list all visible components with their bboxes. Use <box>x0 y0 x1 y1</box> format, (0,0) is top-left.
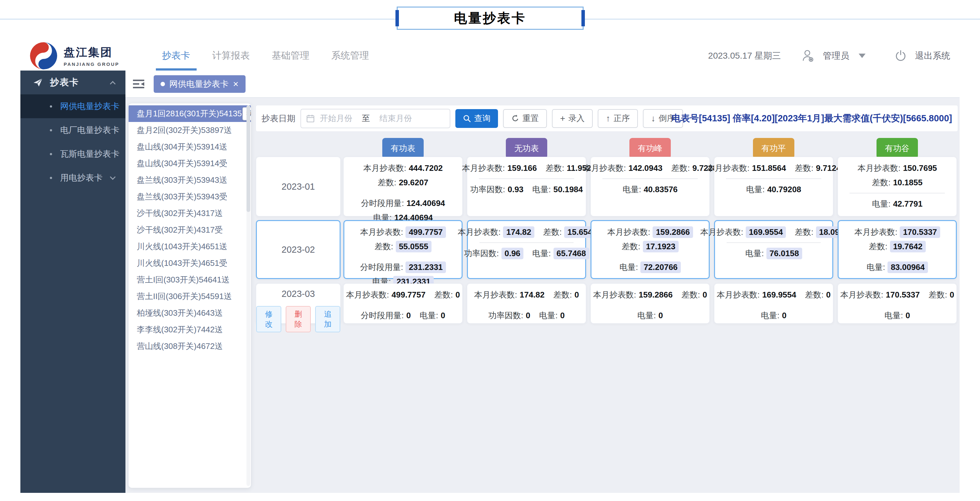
label-value-pair: 本月抄表数:142.0943 <box>583 163 663 174</box>
field-label: 电量: <box>885 310 903 321</box>
end-month-placeholder[interactable]: 结束月份 <box>379 113 412 124</box>
list-scrollbar-thumb[interactable] <box>247 105 250 212</box>
meter-line-item[interactable]: 川火线(1043开关)4651受 <box>129 255 251 272</box>
label-value-pair: 本月抄表数:150.7695 <box>858 163 937 174</box>
sidebar-root-menu[interactable]: 抄表卡 <box>21 70 126 94</box>
meter-line-item[interactable]: 柏垭线(303开关)4643送 <box>129 305 251 321</box>
meter-line-item[interactable]: 营山线(308开关)4672送 <box>129 338 251 355</box>
meter-line-item[interactable]: 李李线(302开关)7442送 <box>129 321 251 338</box>
label-value-pair: 分时段用量:0 <box>361 310 411 321</box>
meter-line-item[interactable]: 营土I回(303开关)54641送 <box>129 272 251 288</box>
list-scrollbar[interactable] <box>247 105 250 486</box>
card-divider <box>603 178 698 179</box>
nav-item-1[interactable]: 抄表卡 <box>160 41 192 70</box>
label-value-pair: 电量:72.20766 <box>619 261 681 273</box>
meter-line-item[interactable]: 川火线(1043开关)4651送 <box>129 238 251 255</box>
sidebar-item-label: 用电抄表卡 <box>60 172 103 183</box>
meter-line-item[interactable]: 盘月2回(302开关)53897送 <box>129 122 251 138</box>
logout-button[interactable]: 退出系统 <box>915 50 950 62</box>
field-label: 本月抄表数: <box>840 289 883 301</box>
data-cell: 本月抄表数:169.9554差数:0电量:0 <box>714 283 833 324</box>
tab-bar: 网供电量抄表卡 <box>126 70 959 98</box>
data-line: 差数:29.6207 <box>350 175 456 190</box>
reset-button[interactable]: 重置 <box>503 109 547 128</box>
data-line: 本月抄表数:170.5337差数:0 <box>844 288 950 302</box>
field-label: 差数: <box>434 289 453 301</box>
data-line: 电量:76.0158 <box>721 246 826 261</box>
collapse-sidebar-icon[interactable] <box>132 79 145 89</box>
sort-asc-button[interactable]: ↑正序 <box>598 109 638 128</box>
data-line: 本月抄表数:142.0943差数:9.7228 <box>597 161 703 175</box>
field-label: 分时段用量: <box>361 198 404 209</box>
meter-line-item[interactable]: 营土II回(306开关)54591送 <box>129 288 251 305</box>
sidebar-item-label: 瓦斯电量抄表卡 <box>60 148 119 159</box>
meter-line-item[interactable]: 盘兰线(303开关)53943送 <box>129 172 251 188</box>
nav-item-2[interactable]: 计算报表 <box>210 41 252 70</box>
nav-item-3[interactable]: 基础管理 <box>270 41 312 70</box>
column-badge-5: 有功谷 <box>877 138 918 159</box>
field-label: 本月抄表数: <box>717 289 760 301</box>
sidebar-item-2[interactable]: 电厂电量抄表卡 <box>21 118 126 142</box>
data-line: 功率因数:0.93电量:50.1984 <box>474 182 579 197</box>
label-value-pair: 本月抄表数:499.7757 <box>360 226 446 238</box>
tab-close-icon[interactable] <box>233 80 239 89</box>
delete-button[interactable]: 删除 <box>286 306 311 332</box>
user-menu[interactable]: 管理员 <box>823 50 849 62</box>
meter-line-item[interactable]: 盘山线(304开关)53914送 <box>129 138 251 155</box>
field-label: 本月抄表数: <box>583 163 626 174</box>
entry-button[interactable]: +录入 <box>552 109 593 128</box>
edit-button[interactable]: 修改 <box>256 306 281 332</box>
data-cell: 本月抄表数:499.7757差数:55.0555分时段用量:231.2331电量… <box>344 220 463 279</box>
page-title: 电量抄表卡 <box>454 10 526 27</box>
query-button[interactable]: 查询 <box>455 109 498 128</box>
column-badge-4: 有功平 <box>753 138 794 159</box>
data-line: 功率因数:0.96电量:65.7468 <box>474 246 579 261</box>
data-line: 电量:0 <box>597 308 703 323</box>
data-line: 功率因数:0电量:0 <box>474 308 579 323</box>
meter-line-item[interactable]: 盘兰线(303开关)53943受 <box>129 188 251 205</box>
panjiang-logo-icon <box>29 41 58 70</box>
brand-text: 盘江集团 PANJIANG GROUP <box>64 45 119 67</box>
field-label: 电量: <box>532 184 551 195</box>
tab-dot-icon <box>161 82 165 86</box>
label-value-pair: 电量:0 <box>637 310 663 321</box>
tab-active[interactable]: 网供电量抄表卡 <box>154 75 245 93</box>
field-value: 169.9554 <box>762 290 796 300</box>
chevron-down-icon[interactable] <box>859 54 865 58</box>
sidebar-submenu: 网供电量抄表卡电厂电量抄表卡瓦斯电量抄表卡用电抄表卡 <box>21 94 126 190</box>
meter-line-label: 盘山线(304开关)53914受 <box>137 158 228 169</box>
label-value-pair: 电量:42.7791 <box>872 199 922 210</box>
label-value-pair: 差数:0 <box>805 289 831 301</box>
sidebar-item-4[interactable]: 用电抄表卡 <box>21 166 126 190</box>
field-value: 40.79208 <box>767 184 801 194</box>
field-value: 0 <box>455 290 460 300</box>
data-line: 本月抄表数:151.8564差数:9.7124 <box>721 161 827 175</box>
query-toolbar: 抄表日期 开始月份 至 结束月份 查询重置+录入↑正序↓倒序 电表号[54135… <box>256 105 958 132</box>
meter-line-item[interactable]: 盘山线(304开关)53914受 <box>129 155 251 172</box>
label-value-pair: 电量:0 <box>885 310 910 321</box>
sidebar-item-3[interactable]: 瓦斯电量抄表卡 <box>21 142 126 166</box>
arrow-down-icon: ↓ <box>651 114 655 123</box>
label-value-pair: 差数:15.654 <box>543 226 595 238</box>
meter-line-item[interactable]: 盘月1回2816(301开关)54135换表 <box>129 105 251 122</box>
data-line: 本月抄表数:159.2866 <box>598 225 702 239</box>
label-value-pair: 电量:76.0158 <box>745 248 802 259</box>
calendar-icon <box>306 114 315 123</box>
field-label: 电量: <box>746 184 765 195</box>
field-value: 159.166 <box>508 163 537 173</box>
append-button[interactable]: 追加 <box>315 306 340 332</box>
nav-item-4[interactable]: 系统管理 <box>329 41 371 70</box>
meter-line-item[interactable]: 沙干线(302开关)4317受 <box>129 222 251 238</box>
field-value: 0 <box>905 311 910 320</box>
field-value: 0 <box>702 290 707 300</box>
card-divider <box>479 242 574 243</box>
data-line: 电量:40.79208 <box>721 182 827 197</box>
sidebar-item-1[interactable]: 网供电量抄表卡 <box>21 94 126 118</box>
header-right: 2023.05.17 星期三 管理员 退出系统 <box>708 49 950 62</box>
start-month-placeholder[interactable]: 开始月份 <box>320 113 353 124</box>
date-range-input[interactable]: 开始月份 至 结束月份 <box>301 109 450 128</box>
data-cell: 本月抄表数:499.7757差数:0分时段用量:0电量:0 <box>344 283 463 324</box>
field-label: 电量: <box>761 310 779 321</box>
data-cell: 本月抄表数:159.2866差数:0电量:0 <box>590 283 710 324</box>
meter-line-item[interactable]: 沙干线(302开关)4317送 <box>129 205 251 222</box>
